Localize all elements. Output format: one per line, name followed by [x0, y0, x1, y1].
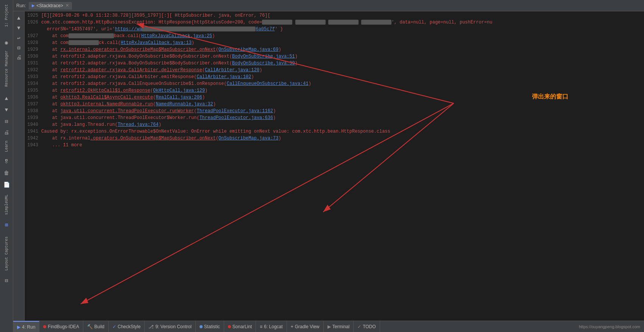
tab-checkstyle[interactable]: ✓ CheckStyle — [109, 321, 145, 332]
sidebar-icon-uml[interactable]: ⊞ — [2, 221, 11, 229]
vtool-up[interactable]: ▲ — [15, 14, 23, 22]
link-1936[interactable]: RealCall.java:206 — [156, 95, 202, 100]
tab-findbugs[interactable]: FindBugs-IDEA — [39, 321, 83, 332]
sidebar-label-resource[interactable]: Resource Manager — [5, 50, 9, 87]
link-1937[interactable]: NamedRunnable.java:32 — [156, 102, 213, 107]
tab-gradle[interactable]: + Gradle View — [287, 321, 324, 332]
line-num-1932: 1932 — [26, 67, 41, 74]
tab-build[interactable]: 🔨 Build — [83, 321, 109, 332]
sidebar-label-simpleuml[interactable]: simpleUML — [5, 194, 9, 215]
bottom-bar: ▶ 4: Run FindBugs-IDEA 🔨 Build ✓ CheckSt… — [13, 321, 644, 332]
tab-vcs[interactable]: ⎇ 9: Version Control — [145, 321, 195, 332]
sidebar-icon-badge[interactable]: 🎖 — [2, 158, 11, 166]
log-line-1941: 1941 Caused by: rx.exceptions.OnErrorThr… — [25, 128, 644, 135]
sidebar-label-layout[interactable]: Layout Captures — [5, 236, 9, 271]
build-icon: 🔨 — [87, 324, 93, 329]
tab-sonarlint[interactable]: SonarLint — [224, 321, 256, 332]
terminal-icon: ▶ — [327, 324, 331, 329]
tab-sonarlint-label: SonarLint — [232, 324, 252, 329]
link-1927[interactable]: HttpRxJavaCallback.java:25 — [141, 33, 212, 39]
tab-todo[interactable]: ✓ TODO — [354, 321, 380, 332]
log-line-1931: 1931 at retrofit2.adapter.rxjava.BodyOnS… — [25, 60, 644, 67]
line-num-1929: 1929 — [26, 46, 41, 53]
tab-statistic[interactable]: Statistic — [196, 321, 224, 332]
line-content-1930: at retrofit2.adapter.rxjava.BodyOnSubscr… — [41, 53, 642, 60]
vtool-wrap[interactable]: ↩ — [15, 34, 23, 42]
line-num-1934: 1934 — [26, 80, 41, 87]
log-line-1927: 1927 at comback.call(HttpRxJavaCallback.… — [25, 33, 644, 39]
log-line-1930: 1930 at retrofit2.adapter.rxjava.BodyOnS… — [25, 53, 644, 60]
line-num-1942: 1942 — [26, 135, 41, 142]
vtool-down[interactable]: ▼ — [15, 24, 23, 32]
link-1932[interactable]: CallArbiter.java:120 — [205, 67, 259, 73]
link-1934[interactable]: CallEnqueueOnSubscribe.java:41 — [227, 81, 309, 86]
link-1938[interactable]: ThreadPoolExecutor.java:1162 — [196, 108, 273, 114]
vtool-filter[interactable]: ⊟ — [15, 44, 23, 52]
sidebar-icon-print[interactable]: 🖨 — [2, 128, 11, 137]
sidebar-icon-down[interactable]: ▼ — [2, 106, 11, 114]
play-icon: ▶ — [32, 3, 35, 8]
tab-statistic-label: Statistic — [204, 324, 220, 329]
log-content[interactable]: 1925 [E][2019-08-26 +8.0 11:12:38.728][3… — [25, 11, 644, 321]
line-num-1933: 1933 — [26, 74, 41, 80]
tab-logcat[interactable]: ≡ 6: Logcat — [256, 321, 287, 332]
link-1933[interactable]: CallArbiter.java:102 — [196, 74, 251, 80]
log-line-1925: 1925 [E][2019-08-26 +8.0 11:12:38.728][3… — [25, 12, 644, 19]
line-num-1930: 1930 — [26, 53, 41, 60]
sidebar-icon-delete[interactable]: 🗑 — [2, 169, 11, 177]
line-num-1928: 1928 — [26, 39, 41, 46]
run-icon: ▶ — [17, 324, 20, 330]
line-num-1927: 1927 — [26, 33, 41, 39]
tab-vcs-label: 9: Version Control — [155, 324, 191, 329]
tab-run[interactable]: ▶ 4: Run — [13, 321, 39, 332]
sidebar-icon-list[interactable]: ⊟ — [2, 117, 11, 125]
sidebar-label-project[interactable]: 1: Project — [5, 4, 9, 27]
link-1935[interactable]: OkHttpCall.java:129 — [153, 88, 205, 93]
line-content-1940: at java.lang.Thread.run(Thread.java:764) — [41, 121, 642, 128]
run-label: Run: — [16, 3, 26, 8]
line-content-1926: com.xtc.common.http.HttpBusinessExceptio… — [41, 19, 642, 26]
link-1942[interactable]: OnSubscribeMap.java:73 — [218, 136, 278, 141]
sidebar-label-learn[interactable]: Learn — [5, 141, 9, 152]
sidebar-icon-layout[interactable]: ⊟ — [2, 276, 11, 285]
findbugs-icon — [43, 325, 46, 328]
close-icon[interactable]: ✕ — [65, 3, 69, 8]
tab-gradle-label: Gradle View — [295, 324, 320, 329]
sidebar-icon-resource[interactable]: ◉ — [2, 38, 11, 47]
line-num-1940: 1940 — [26, 121, 41, 128]
link-1940[interactable]: Thread.java:764 — [118, 122, 159, 127]
log-line-1933: 1933 at retrofit2.adapter.rxjava.CallArb… — [25, 74, 644, 80]
tab-run-label: 4: Run — [22, 324, 35, 330]
line-num-1925: 1925 — [26, 12, 41, 19]
sidebar-icon-doc[interactable]: 📄 — [2, 180, 11, 189]
vtool-print[interactable]: 🖨 — [15, 53, 23, 62]
link-1931[interactable]: BodyOnSubscribe.java:39 — [232, 61, 295, 66]
line-content-1931: at retrofit2.adapter.rxjava.BodyOnSubscr… — [41, 60, 642, 67]
line-content-1928: at comck.call(HttpRxJavaCallback.java:13… — [41, 39, 642, 46]
link-1930[interactable]: BodyOnSubscribe.java:51 — [232, 54, 295, 59]
link-1939[interactable]: ThreadPoolExecutor.java:636 — [200, 115, 273, 121]
line-content-1927: at comback.call(HttpRxJavaCallback.java:… — [41, 33, 642, 39]
sidebar-icon-up[interactable]: ▲ — [2, 94, 11, 103]
line-num-1943: 1943 — [26, 142, 41, 149]
log-line-1932: 1932 at retrofit2.adapter.rxjava.CallArb… — [25, 67, 644, 74]
tab-terminal[interactable]: ▶ Terminal — [324, 321, 354, 332]
content-with-toolbar: ▲ ▼ ↩ ⊟ 🖨 1925 [E][2019-08-26 +8.0 11:12… — [13, 11, 644, 321]
log-line-1926b: errorSN='14357497', url='https://wa6a05c… — [25, 26, 644, 33]
link-1929[interactable]: OnSubscribeMap.java:69 — [218, 47, 278, 52]
tab-todo-label: TODO — [363, 324, 376, 329]
url-link-1926[interactable]: https://wa — [115, 27, 142, 32]
log-line-1940: 1940 at java.lang.Thread.run(Thread.java… — [25, 121, 644, 128]
log-line-1936: 1936 at okhttp3.RealCall$AsyncCall.execu… — [25, 94, 644, 101]
line-content-1926b: errorSN='14357497', url='https://wa6a05c… — [41, 26, 642, 33]
line-content-1938: at java.util.concurrent.ThreadPoolExecut… — [41, 108, 642, 114]
run-toolbar: Run: ▶ <Stacktrace> ✕ — [13, 0, 644, 11]
line-content-1934: at retrofit2.adapter.rxjava.CallEnqueueO… — [41, 80, 642, 87]
statistic-icon — [200, 325, 203, 328]
line-content-1943: ... 11 more — [41, 142, 642, 149]
link-1928[interactable]: HttpRxJavaCallback.java:13 — [121, 40, 192, 45]
line-content-1936: at okhttp3.RealCall$AsyncCall.execute(Re… — [41, 94, 642, 101]
log-line-1937: 1937 at okhttp3.internal.NamedRunnable.r… — [25, 101, 644, 108]
run-tab-stacktrace[interactable]: ▶ <Stacktrace> ✕ — [29, 2, 72, 9]
url-link-1926b[interactable]: 6a05c7f — [256, 27, 274, 32]
